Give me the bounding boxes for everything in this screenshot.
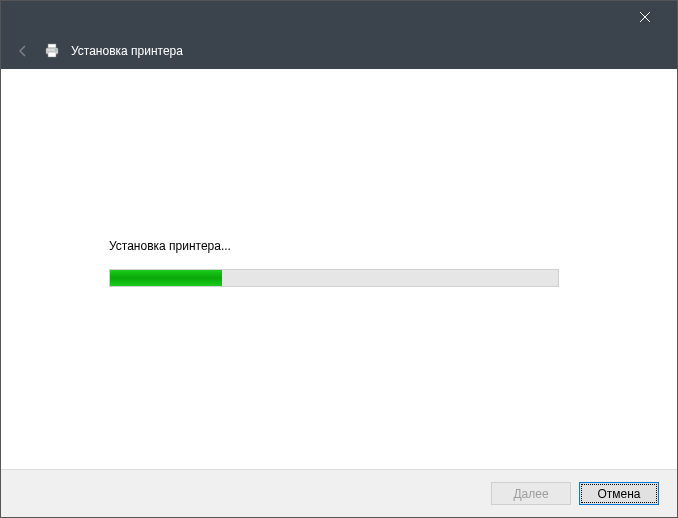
footer-bar: Далее Отмена (1, 469, 677, 517)
svg-rect-4 (48, 52, 56, 57)
back-button[interactable] (13, 44, 33, 58)
cancel-button[interactable]: Отмена (579, 482, 659, 505)
status-text: Установка принтера... (109, 239, 231, 253)
svg-point-5 (55, 49, 57, 51)
close-icon (640, 12, 650, 22)
content-area: Установка принтера... (1, 69, 677, 469)
progress-fill (110, 270, 222, 286)
wizard-title: Установка принтера (71, 44, 183, 58)
back-arrow-icon (16, 44, 30, 58)
header-bar: Установка принтера (1, 33, 677, 69)
title-bar (1, 1, 677, 33)
next-button: Далее (491, 482, 571, 505)
printer-icon (43, 42, 61, 60)
svg-rect-2 (48, 44, 56, 48)
next-button-rest: алее (522, 487, 549, 501)
wizard-window: Установка принтера Установка принтера...… (0, 0, 678, 518)
next-button-underline: Д (513, 487, 521, 501)
close-button[interactable] (625, 1, 665, 33)
progress-bar (109, 269, 559, 287)
